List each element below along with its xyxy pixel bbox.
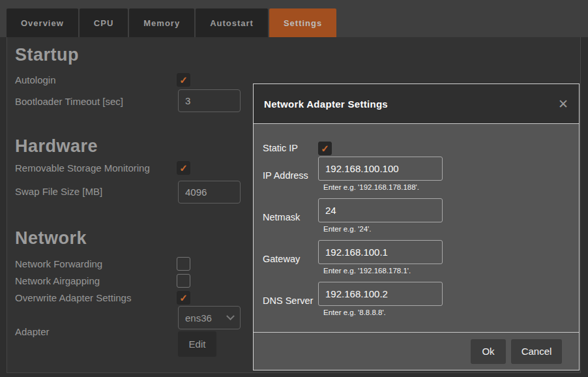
gateway-label: Gateway	[263, 254, 300, 264]
network-airgapping-checkbox[interactable]: ✓	[177, 274, 190, 288]
swap-file-size-input[interactable]	[178, 181, 241, 204]
netmask-label: Netmask	[263, 212, 300, 222]
tab-bar: Overview CPU Memory Autostart Settings	[7, 8, 336, 37]
tab-autostart[interactable]: Autostart	[196, 8, 268, 37]
section-title-hardware: Hardware	[15, 136, 98, 157]
adapter-select[interactable]: ens36	[178, 306, 241, 329]
ok-button[interactable]: Ok	[471, 339, 506, 364]
dialog-footer: Ok Cancel	[254, 332, 579, 370]
gateway-input[interactable]	[318, 240, 443, 264]
dns-server-hint: Enter e.g. '8.8.8.8'.	[323, 309, 386, 316]
tab-memory[interactable]: Memory	[129, 8, 194, 37]
tab-cpu[interactable]: CPU	[80, 8, 128, 37]
static-ip-checkbox[interactable]: ✓	[318, 142, 332, 155]
ip-address-hint: Enter e.g. '192.168.178.188'.	[323, 183, 419, 191]
dns-server-label: DNS Server	[263, 295, 313, 306]
adapter-select-value: ens36	[185, 312, 212, 324]
static-ip-label: Static IP	[263, 143, 298, 153]
tab-settings[interactable]: Settings	[269, 8, 336, 37]
network-airgapping-label: Network Airgapping	[15, 275, 100, 286]
check-icon: ✓	[179, 293, 188, 303]
removable-storage-checkbox[interactable]: ✓	[177, 161, 190, 175]
check-icon: ✓	[179, 163, 188, 173]
network-adapter-settings-dialog: Network Adapter Settings ✕ Static IP ✓ I…	[253, 83, 580, 370]
autologin-label: Autologin	[15, 74, 56, 85]
network-forwarding-label: Network Forwarding	[15, 258, 102, 269]
cancel-button[interactable]: Cancel	[511, 339, 562, 364]
adapter-label: Adapter	[15, 326, 50, 337]
edit-adapter-button[interactable]: Edit	[178, 331, 216, 357]
overwrite-adapter-label: Overwrite Adapter Settings	[15, 292, 131, 303]
bootloader-timeout-label: Bootloader Timeout [sec]	[15, 96, 123, 107]
autologin-checkbox[interactable]: ✓	[177, 73, 190, 87]
swap-file-size-label: Swap File Size [MB]	[15, 186, 102, 197]
section-title-startup: Startup	[15, 45, 79, 65]
netmask-input[interactable]	[318, 198, 443, 222]
tab-overview[interactable]: Overview	[7, 8, 78, 37]
network-forwarding-checkbox[interactable]: ✓	[177, 257, 190, 271]
netmask-hint: Enter e.g. '24'.	[323, 225, 371, 233]
dns-server-input[interactable]	[318, 282, 443, 306]
ip-address-label: IP Address	[263, 170, 308, 181]
close-icon[interactable]: ✕	[558, 98, 568, 110]
overwrite-adapter-checkbox[interactable]: ✓	[177, 291, 190, 305]
dialog-header: Network Adapter Settings ✕	[254, 84, 579, 124]
bootloader-timeout-input[interactable]	[178, 89, 241, 112]
section-title-network: Network	[15, 228, 87, 249]
check-icon: ✓	[321, 143, 329, 153]
check-icon: ✓	[179, 75, 188, 85]
dialog-title: Network Adapter Settings	[264, 98, 388, 110]
gateway-hint: Enter e.g. '192.168.178.1'.	[323, 267, 411, 275]
removable-storage-label: Removable Storage Monitoring	[15, 162, 150, 173]
chevron-down-icon	[226, 312, 235, 320]
ip-address-input[interactable]	[318, 157, 443, 181]
